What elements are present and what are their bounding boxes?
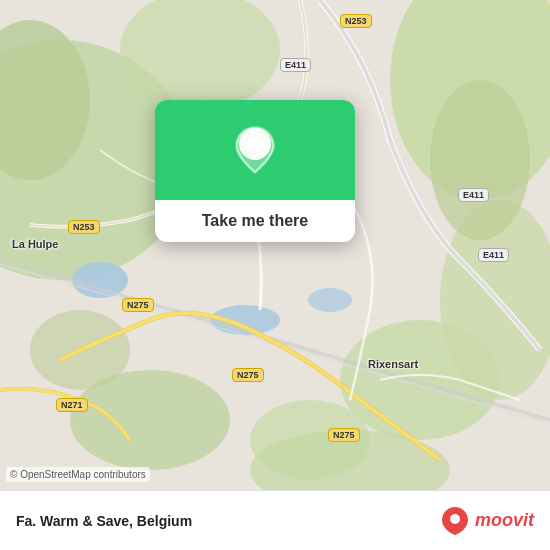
moovit-text: moovit (475, 510, 534, 531)
road-badge-e411-top: E411 (280, 58, 311, 72)
road-badge-n275-left: N275 (122, 298, 154, 312)
popup-card: Take me there (155, 100, 355, 242)
location-info: Fa. Warm & Save, Belgium (16, 513, 192, 529)
moovit-icon (439, 505, 471, 537)
city-label-rixensart: Rixensart (368, 358, 418, 370)
road-badge-e411-right-2: E411 (478, 248, 509, 262)
map-background (0, 0, 550, 490)
road-badge-n253-mid: N253 (68, 220, 100, 234)
map-copyright: © OpenStreetMap contributors (6, 467, 150, 482)
popup-green-header (155, 100, 355, 200)
place-name: Fa. Warm & Save, Belgium (16, 513, 192, 529)
road-badge-n271: N271 (56, 398, 88, 412)
road-badge-e411-right-1: E411 (458, 188, 489, 202)
svg-point-14 (308, 288, 352, 312)
take-me-there-button[interactable]: Take me there (202, 212, 308, 229)
road-badge-n275-mid: N275 (232, 368, 264, 382)
road-badge-n253-top: N253 (340, 14, 372, 28)
bottom-bar: Fa. Warm & Save, Belgium moovit (0, 490, 550, 550)
map-container: N253 E411 N253 E411 E411 N275 N275 N275 … (0, 0, 550, 490)
city-label-lahulpe: La Hulpe (12, 238, 58, 250)
svg-point-10 (430, 80, 530, 240)
svg-point-18 (248, 137, 262, 151)
svg-point-19 (450, 514, 460, 524)
moovit-logo: moovit (439, 505, 534, 537)
popup-text-area[interactable]: Take me there (155, 200, 355, 242)
location-pin-icon (235, 126, 275, 174)
road-badge-n275-right: N275 (328, 428, 360, 442)
